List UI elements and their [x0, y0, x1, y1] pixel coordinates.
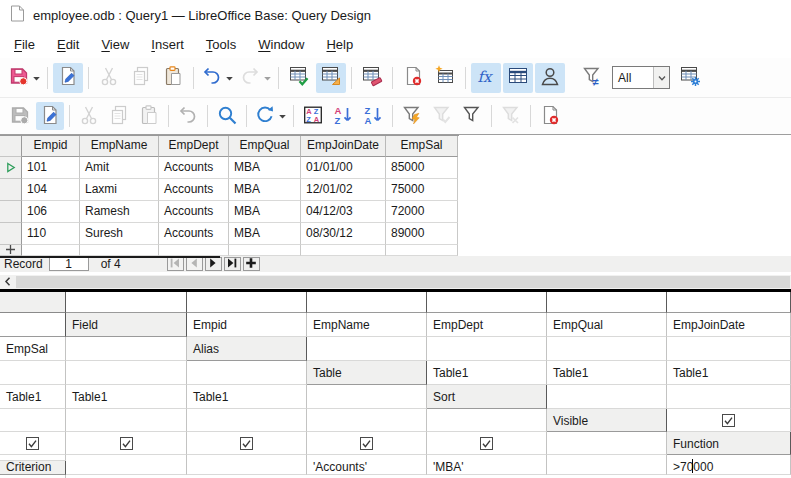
cell[interactable]: Suresh [80, 223, 159, 245]
visible-checkbox[interactable] [360, 437, 373, 450]
refresh-button[interactable] [252, 102, 288, 130]
sort-cell[interactable] [66, 409, 187, 432]
new-record-button[interactable] [243, 257, 260, 271]
column-header-empid[interactable]: Empid [22, 136, 80, 157]
cell[interactable]: Accounts [159, 157, 229, 179]
function-cell[interactable] [0, 455, 66, 461]
functions-button[interactable]: fx [471, 63, 501, 93]
cell[interactable]: MBA [229, 201, 301, 223]
row-selector[interactable] [0, 223, 22, 245]
sort-descending-button[interactable]: ZA [359, 102, 387, 130]
cell[interactable]: 72000 [386, 201, 458, 223]
scrollbar-thumb[interactable] [16, 276, 790, 288]
visible-checkbox[interactable] [722, 414, 735, 427]
insert-cell[interactable] [229, 245, 301, 256]
cell[interactable]: Laxmi [80, 179, 159, 201]
chevron-down-icon[interactable] [653, 67, 669, 88]
apply-filter-button[interactable] [428, 102, 456, 130]
table-cell[interactable]: Table1 [187, 385, 307, 409]
insert-cell[interactable] [386, 245, 458, 256]
cell[interactable]: 01/01/00 [301, 157, 386, 179]
row-selector[interactable] [0, 201, 22, 223]
sort-cell[interactable] [547, 385, 667, 409]
design-view-onoff-button[interactable] [316, 63, 346, 93]
table-cell[interactable]: Table1 [667, 361, 791, 385]
cell[interactable]: 110 [22, 223, 80, 245]
edit-design-button[interactable] [53, 63, 83, 93]
copy-button[interactable] [105, 102, 133, 130]
field-cell[interactable]: EmpJoinDate [667, 313, 791, 337]
menu-view[interactable]: View [90, 33, 140, 56]
dropdown-arrow-icon[interactable] [225, 69, 234, 87]
horizontal-scrollbar[interactable] [0, 275, 791, 289]
insert-cell[interactable] [159, 245, 229, 256]
column-header-empsal[interactable]: EmpSal [386, 136, 458, 157]
cell[interactable]: 104 [22, 179, 80, 201]
cell[interactable]: 08/30/12 [301, 223, 386, 245]
visible-cell-empty[interactable] [547, 432, 667, 455]
field-cell[interactable]: EmpSal [0, 337, 66, 361]
row-selector[interactable] [0, 157, 22, 179]
cut-button[interactable] [75, 102, 103, 130]
dropdown-arrow-icon[interactable] [278, 107, 287, 125]
previous-record-button[interactable] [186, 257, 203, 271]
criterion-cell[interactable] [547, 455, 667, 475]
menu-help[interactable]: Help [315, 33, 364, 56]
cell[interactable]: MBA [229, 179, 301, 201]
copy-button[interactable] [126, 63, 156, 93]
cell[interactable]: 12/01/02 [301, 179, 386, 201]
insert-cell[interactable] [22, 245, 80, 256]
next-record-button[interactable] [205, 257, 222, 271]
edit-data-button[interactable] [36, 102, 64, 130]
sort-cell[interactable] [187, 409, 307, 432]
visible-checkbox[interactable] [480, 437, 493, 450]
cell[interactable]: Accounts [159, 223, 229, 245]
run-query-button[interactable] [284, 63, 314, 93]
column-header-empdept[interactable]: EmpDept [159, 136, 229, 157]
criterion-cell[interactable] [187, 455, 307, 475]
redo-button[interactable] [237, 63, 273, 93]
criterion-cell[interactable] [66, 455, 187, 475]
scroll-left-button[interactable] [0, 276, 16, 289]
first-record-button[interactable] [167, 257, 184, 271]
table-name-button[interactable] [503, 63, 533, 93]
alias-cell[interactable] [547, 337, 667, 361]
field-cell-empty[interactable] [66, 337, 187, 361]
sort-cell-empty[interactable] [427, 409, 547, 432]
table-cell[interactable]: Table1 [66, 385, 187, 409]
reset-filter-button[interactable] [497, 102, 525, 130]
cell[interactable]: MBA [229, 157, 301, 179]
cell[interactable]: 89000 [386, 223, 458, 245]
cell[interactable]: MBA [229, 223, 301, 245]
table-cell[interactable]: Table1 [0, 385, 66, 409]
cell[interactable]: Ramesh [80, 201, 159, 223]
column-header-empqual[interactable]: EmpQual [229, 136, 301, 157]
design-column-header[interactable] [667, 292, 791, 313]
menu-window[interactable]: Window [247, 33, 315, 56]
field-cell[interactable]: EmpQual [547, 313, 667, 337]
row-selector-header[interactable] [0, 136, 22, 157]
alias-cell[interactable] [307, 337, 427, 361]
undo-button[interactable] [174, 102, 202, 130]
cut-button[interactable] [94, 63, 124, 93]
delete-record-button[interactable] [536, 102, 564, 130]
last-record-button[interactable] [224, 257, 241, 271]
menu-edit[interactable]: Edit [46, 33, 90, 56]
record-number-input[interactable]: 1 [49, 257, 89, 271]
insert-cell[interactable] [301, 245, 386, 256]
criterion-cell[interactable]: >70000 [667, 455, 791, 475]
alias-cell[interactable] [667, 337, 791, 361]
paste-button[interactable] [135, 102, 163, 130]
field-cell[interactable]: EmpDept [427, 313, 547, 337]
sort-cell[interactable] [307, 409, 427, 432]
menu-tools[interactable]: Tools [195, 33, 247, 56]
paste-button[interactable] [158, 63, 188, 93]
visible-checkbox[interactable] [120, 437, 133, 450]
criterion-cell[interactable]: 'MBA' [427, 455, 547, 475]
visible-checkbox[interactable] [240, 437, 253, 450]
sort-button[interactable]: AZZA [299, 102, 327, 130]
alias-cell[interactable] [66, 361, 187, 385]
alias-cell[interactable] [427, 337, 547, 361]
dropdown-arrow-icon[interactable] [263, 69, 272, 87]
alias-cell-empty[interactable] [187, 361, 307, 385]
